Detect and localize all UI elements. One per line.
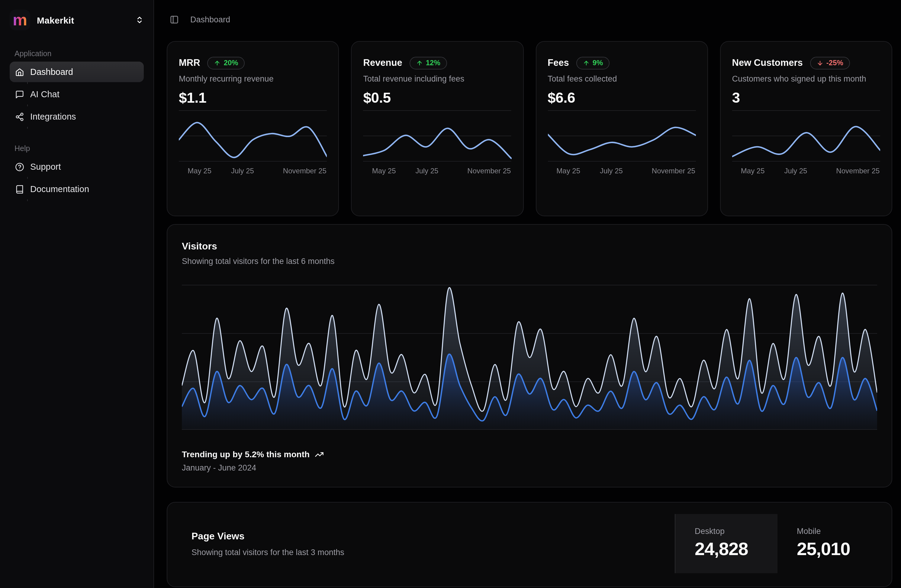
trend-badge-value: 12% (426, 59, 440, 67)
stat-value: 3 (732, 89, 881, 106)
x-tick: May 25 (741, 166, 765, 175)
circle-help-icon (15, 162, 24, 171)
toggle-desktop[interactable]: Desktop 24,828 (675, 514, 778, 573)
topbar: Dashboard (167, 0, 892, 39)
sidebar-rail-tick (27, 199, 144, 201)
workspace-name: Makerkit (37, 15, 74, 25)
sparkline-chart (179, 110, 327, 162)
sparkline-chart (363, 110, 512, 162)
arrow-up-icon (214, 59, 221, 66)
makerkit-logo-letter: m (13, 10, 27, 30)
x-tick: May 25 (187, 166, 211, 175)
stat-subtitle: Monthly recurring revenue (179, 74, 327, 83)
stat-card-revenue: Revenue 12% Total revenue including fees… (351, 41, 524, 216)
x-tick: May 25 (372, 166, 396, 175)
sparkline-chart (548, 110, 696, 162)
stat-title: New Customers (732, 58, 803, 68)
x-tick: July 25 (784, 166, 807, 175)
stat-cards-row: MRR 20% Monthly recurring revenue $1.1 M… (167, 41, 892, 216)
makerkit-logo: m (10, 10, 30, 30)
sidebar-section-application: Application (10, 50, 144, 58)
x-tick: May 25 (556, 166, 580, 175)
chevrons-up-down-icon (135, 16, 144, 24)
page-views-title: Page Views (192, 530, 245, 541)
visitors-trend-text: Trending up by 5.2% this month (182, 449, 310, 459)
page-views-card: Page Views Showing total visitors for th… (167, 502, 892, 587)
message-square-icon (15, 90, 24, 99)
trend-badge: -25% (810, 56, 850, 69)
x-tick: July 25 (415, 166, 438, 175)
stat-title: Revenue (363, 58, 402, 68)
x-tick: July 25 (231, 166, 254, 175)
sparkline-x-axis: May 25 July 25 November 25 (732, 166, 881, 175)
app-window: m Makerkit Application Dashboard AI Chat (0, 0, 901, 588)
share-icon (15, 112, 24, 121)
sidebar-item-label: Documentation (30, 184, 89, 194)
toggle-mobile[interactable]: Mobile 25,010 (778, 514, 880, 573)
stat-card-fees: Fees 9% Total fees collected $6.6 May 25… (536, 41, 708, 216)
trend-badge-value: -25% (826, 59, 843, 67)
sidebar-section-help: Help (10, 144, 144, 153)
stat-value: $6.6 (548, 89, 696, 106)
page-views-toggles: Desktop 24,828 Mobile 25,010 (675, 514, 880, 573)
sidebar-item-dashboard[interactable]: Dashboard (10, 62, 144, 82)
sidebar-item-label: Dashboard (30, 67, 73, 77)
x-tick: November 25 (652, 166, 695, 175)
visitors-date-range: January - June 2024 (182, 463, 324, 473)
visitors-area-chart (182, 283, 877, 432)
x-tick: November 25 (467, 166, 511, 175)
stat-subtitle: Customers who signed up this month (732, 74, 881, 83)
house-icon (15, 67, 24, 76)
sidebar-rail-tick (27, 127, 144, 129)
stat-value: $0.5 (363, 89, 512, 106)
sidebar-item-label: Support (30, 162, 61, 172)
visitors-footer: Trending up by 5.2% this month January -… (182, 449, 324, 473)
breadcrumb: Dashboard (190, 15, 230, 24)
trending-up-icon (315, 450, 324, 459)
sidebar-item-label: Integrations (30, 112, 76, 122)
toggle-value: 24,828 (695, 538, 778, 559)
sidebar-rail-tick (27, 82, 144, 84)
sidebar-item-integrations[interactable]: Integrations (10, 106, 144, 127)
stat-title: Fees (548, 58, 569, 68)
sidebar-item-label: AI Chat (30, 89, 59, 99)
visitors-card: Visitors Showing total visitors for the … (167, 224, 892, 487)
trend-badge: 9% (576, 56, 610, 69)
stat-subtitle: Total revenue including fees (363, 74, 512, 83)
trend-badge: 12% (410, 56, 447, 69)
page-views-subtitle: Showing total visitors for the last 3 mo… (192, 547, 344, 557)
sidebar-item-support[interactable]: Support (10, 156, 144, 177)
visitors-title: Visitors (182, 241, 877, 252)
book-icon (15, 184, 24, 193)
arrow-up-icon (416, 59, 423, 66)
sidebar: m Makerkit Application Dashboard AI Chat (0, 0, 154, 588)
main-content: Dashboard MRR 20% Monthly recurring reve… (155, 0, 901, 588)
stat-card-new-customers: New Customers -25% Customers who signed … (720, 41, 893, 216)
toggle-label: Mobile (797, 526, 880, 535)
sidebar-item-ai-chat[interactable]: AI Chat (10, 84, 144, 104)
sparkline-x-axis: May 25 July 25 November 25 (548, 166, 696, 175)
x-tick: July 25 (600, 166, 623, 175)
trend-badge: 20% (207, 56, 245, 69)
workspace-selector[interactable]: m Makerkit (10, 10, 144, 30)
sparkline-x-axis: May 25 July 25 November 25 (363, 166, 512, 175)
sidebar-toggle-button[interactable] (170, 15, 179, 24)
stat-subtitle: Total fees collected (548, 74, 696, 83)
toggle-value: 25,010 (797, 538, 880, 559)
trend-badge-value: 20% (224, 59, 238, 67)
sidebar-item-documentation[interactable]: Documentation (10, 179, 144, 199)
sparkline-x-axis: May 25 July 25 November 25 (179, 166, 327, 175)
x-tick: November 25 (283, 166, 326, 175)
sidebar-rail-tick (27, 104, 144, 106)
toggle-label: Desktop (695, 526, 778, 535)
arrow-up-icon (583, 59, 589, 66)
stat-value: $1.1 (179, 89, 327, 106)
arrow-down-icon (817, 59, 823, 66)
x-tick: November 25 (836, 166, 879, 175)
sidebar-rail-tick (27, 177, 144, 179)
stat-card-mrr: MRR 20% Monthly recurring revenue $1.1 M… (167, 41, 339, 216)
visitors-subtitle: Showing total visitors for the last 6 mo… (182, 257, 877, 266)
sparkline-chart (732, 110, 881, 162)
stat-title: MRR (179, 58, 200, 68)
trend-badge-value: 9% (592, 59, 603, 67)
